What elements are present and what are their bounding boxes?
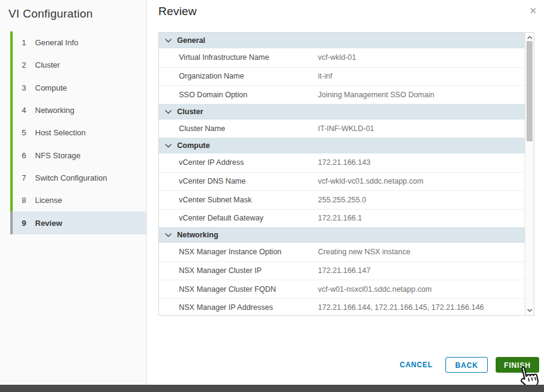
review-panel: Review ✕ GeneralVirtual Infrastructure N…	[147, 0, 544, 385]
step-label: Host Selection	[35, 128, 86, 137]
review-row-value: 172.21.166.147	[318, 266, 371, 275]
scroll-up-icon[interactable]	[525, 33, 534, 42]
review-row-value: vcf-wkld-01	[318, 53, 356, 62]
scrollbar[interactable]	[525, 33, 534, 315]
step-label: License	[35, 196, 62, 205]
review-row: NSX Manager Cluster FQDNvcf-w01-nsxcl01.…	[159, 280, 525, 298]
section-header-general[interactable]: General	[159, 33, 525, 48]
sidebar-item-general-info[interactable]: 1 General Info	[10, 31, 146, 54]
sidebar-item-networking[interactable]: 4 Networking	[10, 99, 146, 121]
vi-configuration-wizard: VI Configuration 1 General Info 2 Cluste…	[0, 0, 544, 392]
review-table: GeneralVirtual Infrastructure Namevcf-wk…	[158, 32, 534, 316]
step-label: General Info	[35, 38, 79, 47]
review-row-value: 172.21.166.1	[318, 214, 362, 222]
review-row: vCenter Default Gateway172.21.166.1	[159, 209, 525, 228]
review-row: NSX Manager Instance OptionCreating new …	[159, 243, 525, 262]
step-number: 3	[22, 83, 30, 92]
review-row-value: it-inf	[318, 72, 332, 80]
review-row: vCenter DNS Namevcf-wkld-vc01.sddc.netap…	[159, 172, 525, 191]
close-icon[interactable]: ✕	[527, 5, 539, 17]
section-title: Networking	[177, 231, 218, 239]
sidebar-item-license[interactable]: 8 License	[10, 189, 146, 211]
review-row: Cluster NameIT-INF-WKLD-01	[159, 120, 525, 138]
step-number: 4	[22, 106, 30, 115]
review-row-value: vcf-w01-nsxcl01.sddc.netapp.com	[318, 285, 432, 294]
review-row: NSX Manager IP Addresses172.21.166.144, …	[159, 298, 525, 316]
review-row-value: Creating new NSX instance	[318, 248, 410, 256]
review-row-label: vCenter Subnet Mask	[159, 196, 251, 204]
wizard-title: VI Configuration	[8, 7, 92, 21]
section-title: Cluster	[177, 108, 203, 116]
wizard-footer: CANCEL BACK FINISH	[395, 357, 539, 373]
chevron-down-icon	[165, 110, 172, 114]
review-row-value: 172.21.166.144, 172.21.166.145, 172.21.1…	[318, 303, 484, 312]
review-row-label: NSX Manager IP Addresses	[159, 303, 273, 312]
review-row: Virtual Infrastructure Namevcf-wkld-01	[159, 48, 525, 67]
review-row-label: vCenter IP Address	[159, 158, 244, 167]
scroll-down-icon[interactable]	[525, 306, 534, 315]
review-row-label: Organization Name	[159, 72, 244, 80]
chevron-down-icon	[165, 233, 172, 237]
step-label: Review	[35, 219, 62, 228]
review-row: Organization Nameit-inf	[159, 67, 525, 86]
review-row-value: vcf-wkld-vc01.sddc.netapp.com	[318, 177, 423, 185]
step-label: Networking	[35, 106, 74, 115]
review-row-value: 255.255.255.0	[318, 196, 366, 204]
sidebar-item-host-selection[interactable]: 5 Host Selection	[10, 121, 146, 144]
review-row-label: SSO Domain Option	[159, 91, 247, 99]
review-row-label: vCenter Default Gateway	[159, 214, 264, 222]
sidebar-item-nfs-storage[interactable]: 6 NFS Storage	[10, 144, 146, 166]
step-number: 2	[22, 60, 30, 69]
review-row-label: vCenter DNS Name	[159, 177, 245, 185]
wizard-sidebar: VI Configuration 1 General Info 2 Cluste…	[0, 0, 147, 385]
step-number: 1	[22, 38, 30, 47]
review-row-label: Virtual Infrastructure Name	[159, 53, 269, 62]
sidebar-item-compute[interactable]: 3 Compute	[10, 77, 146, 99]
section-header-compute[interactable]: Compute	[159, 138, 525, 153]
review-row-value: 172.21.166.143	[318, 158, 371, 167]
sidebar-item-switch-configuration[interactable]: 7 Switch Configuration	[10, 167, 146, 189]
chevron-down-icon	[165, 144, 172, 148]
review-row: NSX Manager Cluster IP172.21.166.147	[159, 262, 525, 280]
review-row: SSO Domain OptionJoining Management SSO …	[159, 85, 525, 104]
step-number: 6	[22, 151, 30, 160]
bottom-bar	[0, 385, 544, 392]
review-row-value: Joining Management SSO Domain	[318, 91, 434, 99]
review-row-label: NSX Manager Cluster FQDN	[159, 285, 276, 294]
review-row-label: Cluster Name	[159, 124, 225, 133]
step-label: NFS Storage	[35, 151, 80, 160]
review-row-label: NSX Manager Instance Option	[159, 248, 282, 256]
chevron-down-icon	[165, 39, 172, 43]
section-header-cluster[interactable]: Cluster	[159, 104, 525, 120]
step-label: Cluster	[35, 60, 60, 69]
wizard-steps-list: 1 General Info 2 Cluster 3 Compute 4 Net…	[10, 31, 146, 234]
sidebar-item-cluster[interactable]: 2 Cluster	[10, 54, 146, 76]
sidebar-item-review[interactable]: 9 Review	[10, 211, 146, 234]
cancel-button[interactable]: CANCEL	[395, 357, 438, 373]
step-number: 5	[22, 128, 30, 137]
step-number: 9	[22, 219, 30, 228]
finish-button[interactable]: FINISH	[496, 357, 539, 373]
section-title: General	[177, 36, 206, 45]
review-row: vCenter IP Address172.21.166.143	[159, 153, 525, 172]
step-number: 7	[22, 173, 30, 182]
review-row-value: IT-INF-WKLD-01	[318, 124, 374, 133]
review-table-content: GeneralVirtual Infrastructure Namevcf-wk…	[159, 33, 525, 315]
step-label: Compute	[35, 83, 67, 92]
step-label: Switch Configuration	[35, 173, 107, 182]
scrollbar-thumb[interactable]	[526, 41, 533, 141]
review-row: vCenter Subnet Mask255.255.255.0	[159, 190, 525, 209]
section-title: Compute	[177, 141, 210, 150]
step-number: 8	[22, 196, 30, 205]
page-title: Review	[158, 5, 197, 18]
review-row-label: NSX Manager Cluster IP	[159, 266, 262, 275]
section-header-networking[interactable]: Networking	[159, 227, 525, 243]
back-button[interactable]: BACK	[445, 357, 488, 373]
